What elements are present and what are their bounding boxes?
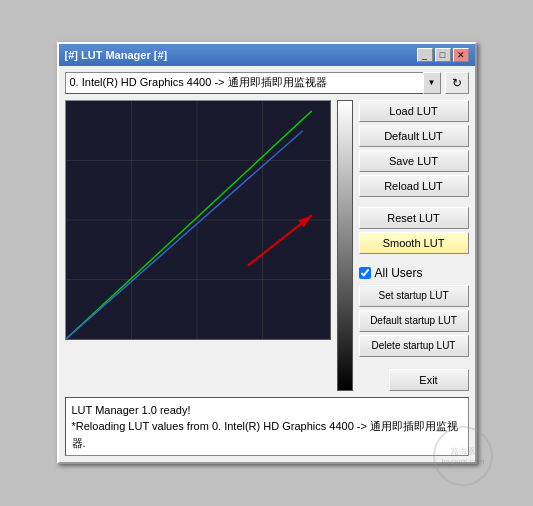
watermark-circle: 路由器luyouqi.com [433,426,493,486]
button-panel: Load LUT Default LUT Save LUT Reload LUT… [359,100,469,391]
default-lut-button[interactable]: Default LUT [359,125,469,147]
spacer1 [359,200,469,204]
smooth-lut-button[interactable]: Smooth LUT [359,232,469,254]
reload-lut-button[interactable]: Reload LUT [359,175,469,197]
exit-button[interactable]: Exit [389,369,469,391]
minimize-button[interactable]: _ [417,48,433,62]
status-bar: LUT Manager 1.0 ready! *Reloading LUT va… [65,397,469,457]
delete-startup-lut-button[interactable]: Delete startup LUT [359,335,469,357]
title-bar-controls: _ □ ✕ [417,48,469,62]
gradient-bar [337,100,353,391]
maximize-button[interactable]: □ [435,48,451,62]
default-startup-lut-button[interactable]: Default startup LUT [359,310,469,332]
all-users-checkbox[interactable] [359,267,371,279]
spacer2 [359,257,469,261]
refresh-button[interactable]: ↻ [445,72,469,94]
reset-lut-button[interactable]: Reset LUT [359,207,469,229]
watermark: 路由器luyouqi.com [433,426,493,486]
main-window: [#] LUT Manager [#] _ □ ✕ 0. Intel(R) HD… [57,42,477,465]
display-dropdown-wrapper: 0. Intel(R) HD Graphics 4400 -> 通用即插即用监视… [65,72,441,94]
close-button[interactable]: ✕ [453,48,469,62]
dropdown-arrow-icon[interactable]: ▼ [423,72,441,94]
exit-wrapper: Exit [359,369,469,391]
status-line-1: LUT Manager 1.0 ready! [72,402,462,419]
main-area: Load LUT Default LUT Save LUT Reload LUT… [65,100,469,391]
title-bar: [#] LUT Manager [#] _ □ ✕ [59,44,475,66]
save-lut-button[interactable]: Save LUT [359,150,469,172]
refresh-icon: ↻ [452,76,462,90]
spacer3 [359,360,469,364]
set-startup-lut-button[interactable]: Set startup LUT [359,285,469,307]
lut-chart [65,100,331,340]
window-title: [#] LUT Manager [#] [65,49,168,61]
all-users-label: All Users [375,266,423,280]
status-line-2: *Reloading LUT values from 0. Intel(R) H… [72,418,462,451]
display-dropdown[interactable]: 0. Intel(R) HD Graphics 4400 -> 通用即插即用监视… [65,72,441,94]
chart-svg [66,101,330,339]
load-lut-button[interactable]: Load LUT [359,100,469,122]
all-users-row: All Users [359,264,469,282]
window-body: 0. Intel(R) HD Graphics 4400 -> 通用即插即用监视… [59,66,475,463]
top-row: 0. Intel(R) HD Graphics 4400 -> 通用即插即用监视… [65,72,469,94]
